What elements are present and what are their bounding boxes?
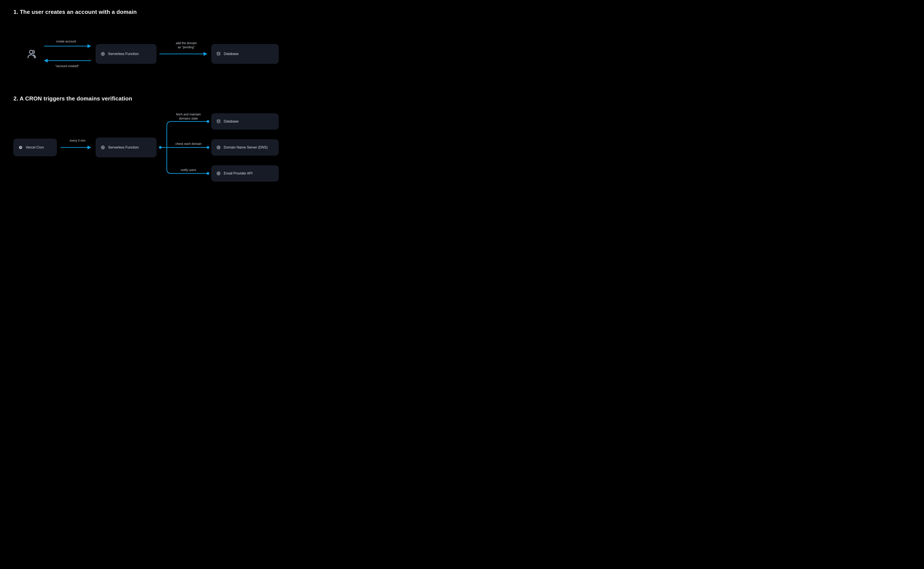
arrow-label-account-created: "account created" bbox=[50, 64, 84, 68]
chip-icon bbox=[216, 145, 221, 150]
node-label: Serverless Function bbox=[108, 52, 139, 56]
node-database-1: Database bbox=[212, 44, 279, 64]
svg-rect-1 bbox=[102, 53, 104, 55]
svg-point-31 bbox=[217, 120, 220, 121]
svg-marker-65 bbox=[204, 52, 207, 56]
arrow-label-notify-users: notify users bbox=[175, 168, 201, 172]
svg-point-0 bbox=[29, 50, 33, 54]
svg-point-68 bbox=[159, 146, 161, 149]
clock-icon bbox=[18, 145, 23, 150]
svg-point-73 bbox=[207, 172, 209, 175]
arrow-label-every-5-min: every 5 min bbox=[64, 138, 91, 143]
arrows-overlay bbox=[0, 0, 308, 190]
svg-marker-67 bbox=[87, 146, 91, 149]
node-vercel-cron: Vercel Cron bbox=[14, 139, 57, 156]
node-email-provider: Email Provider API bbox=[212, 166, 279, 181]
arrow-label-create-account: create account bbox=[51, 40, 81, 44]
arrow-label-fetch-maintain: fetch and maintain domains state bbox=[172, 113, 205, 120]
node-label: Domain Name Server (DNS) bbox=[224, 146, 268, 149]
arrow-label-add-domain-pending: add the domain as "pending" bbox=[171, 41, 201, 49]
node-label: Serverless Function bbox=[108, 146, 139, 149]
node-dns: Domain Name Server (DNS) bbox=[212, 140, 279, 155]
svg-point-72 bbox=[207, 146, 209, 149]
svg-rect-47 bbox=[218, 173, 219, 173]
svg-marker-63 bbox=[44, 59, 48, 62]
node-database-2: Database bbox=[212, 113, 279, 129]
svg-rect-2 bbox=[102, 53, 103, 54]
svg-rect-33 bbox=[218, 147, 219, 148]
diagram-canvas: 1. The user creates an account with a do… bbox=[0, 0, 308, 190]
database-icon bbox=[216, 119, 221, 124]
node-label: Vercel Cron bbox=[26, 146, 44, 149]
section-2-heading: 2. A CRON triggers the domains verificat… bbox=[14, 95, 132, 102]
database-icon bbox=[216, 52, 221, 56]
node-serverless-function-1: Serverless Function bbox=[96, 44, 156, 64]
svg-marker-61 bbox=[87, 44, 91, 48]
svg-point-70 bbox=[207, 120, 209, 123]
svg-rect-17 bbox=[102, 146, 104, 149]
svg-rect-46 bbox=[218, 172, 220, 175]
section-1-heading: 1. The user creates an account with a do… bbox=[14, 9, 137, 15]
svg-point-15 bbox=[217, 52, 220, 53]
user-icon bbox=[27, 49, 37, 60]
chip-icon bbox=[101, 52, 105, 56]
chip-icon bbox=[216, 171, 221, 176]
svg-rect-18 bbox=[102, 147, 103, 148]
arrow-label-check-each-domain: check each domain bbox=[172, 142, 205, 146]
chip-icon bbox=[101, 145, 105, 150]
node-label: Email Provider API bbox=[224, 172, 253, 175]
node-serverless-function-2: Serverless Function bbox=[96, 138, 156, 157]
svg-rect-32 bbox=[218, 146, 220, 149]
node-label: Database bbox=[224, 52, 239, 56]
node-label: Database bbox=[224, 120, 239, 123]
